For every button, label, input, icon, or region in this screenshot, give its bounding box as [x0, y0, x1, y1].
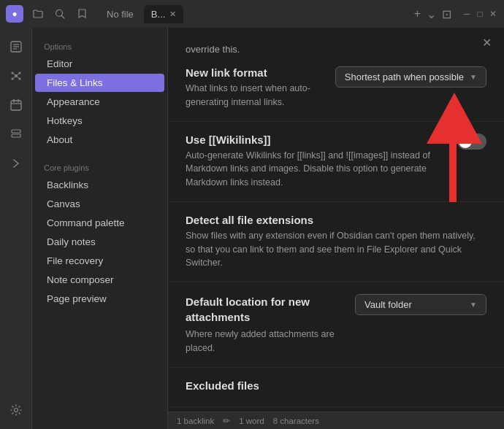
maximize-button[interactable]: □	[475, 9, 485, 19]
svg-line-1	[62, 16, 65, 19]
settings-panel: override this. ✕ New link format What li…	[168, 28, 504, 429]
arrow-right-icon[interactable]	[3, 150, 29, 177]
svg-line-12	[16, 73, 20, 76]
graph-icon[interactable]	[3, 63, 29, 89]
word-count: 1 word	[239, 417, 264, 425]
setting-item-header: New link format What links to insert whe…	[186, 66, 486, 109]
override-text: override this.	[186, 36, 486, 55]
svg-rect-15	[11, 101, 21, 110]
setting-detect-extensions: Detect all file extensions Show files wi…	[168, 202, 504, 282]
default-location-dropdown[interactable]: Vault folder ▼	[355, 294, 486, 315]
sidebar-item-backlinks[interactable]: Backlinks	[35, 176, 164, 194]
no-file-tab: No file	[99, 6, 141, 23]
tab-bar: No file B... ✕ + ⌄ ⊡	[99, 5, 451, 23]
close-icon: ✕	[482, 36, 492, 50]
setting-desc: What links to insert when auto-generatin…	[186, 82, 324, 109]
close-panel-button[interactable]: ✕	[478, 34, 495, 51]
setting-default-location: Default location for new attachments Whe…	[168, 282, 504, 368]
backlinks-count: 1 backlink	[177, 417, 214, 425]
setting-name: Excluded files	[186, 379, 486, 392]
edit-status: ✏	[223, 416, 230, 426]
tab-close-icon[interactable]: ✕	[169, 9, 176, 19]
dropdown-arrow-icon: ▼	[470, 301, 477, 309]
tab-chevron-icon[interactable]: ⌄	[427, 7, 436, 21]
setting-item-info: Excluded files	[186, 379, 486, 395]
sidebar-item-editor[interactable]: Editor	[35, 55, 164, 73]
sidebar-item-hotkeys[interactable]: Hotkeys	[35, 112, 164, 130]
layers-icon[interactable]	[3, 121, 29, 147]
setting-control: Shortest path when possible ▼	[335, 66, 486, 88]
svg-rect-19	[12, 130, 20, 133]
setting-desc: Show files with any extension even if Ob…	[186, 229, 486, 270]
dropdown-arrow-icon: ▼	[470, 73, 477, 81]
titlebar-right: ─ □ ✕	[462, 9, 498, 19]
new-link-format-dropdown[interactable]: Shortest path when possible ▼	[335, 66, 486, 88]
svg-line-14	[16, 76, 20, 79]
titlebar-left: ●	[6, 5, 89, 23]
setting-name: New link format	[186, 66, 324, 79]
sidebar-item-note-composer[interactable]: Note composer	[35, 271, 164, 289]
icon-bar	[0, 28, 32, 429]
svg-line-11	[12, 73, 16, 76]
sidebar-item-page-preview[interactable]: Page preview	[35, 290, 164, 308]
chars-status: 8 characters	[273, 417, 319, 425]
sidebar-item-about[interactable]: About	[35, 131, 164, 149]
tab-label: B...	[151, 9, 166, 20]
statusbar: 1 backlink ✏ 1 word 8 characters	[168, 411, 504, 429]
sidebar-item-files-links[interactable]: Files & Links	[35, 74, 164, 92]
sidebar-item-daily-notes[interactable]: Daily notes	[35, 233, 164, 251]
setting-desc: Where newly added attachments are placed…	[186, 328, 343, 355]
setting-new-link-format: New link format What links to insert whe…	[168, 55, 504, 122]
setting-item-info: Use [[Wikilinks]] Auto-generate Wikilink…	[186, 134, 446, 190]
search-icon[interactable]	[53, 7, 67, 21]
setting-name: Detect all file extensions	[186, 214, 486, 226]
setting-excluded-files: Excluded files	[168, 368, 504, 407]
wikilinks-toggle[interactable]	[457, 134, 486, 150]
toggle-knob	[459, 135, 472, 148]
content-area: override this. ✕ New link format What li…	[168, 28, 504, 429]
close-button[interactable]: ✕	[488, 9, 498, 19]
setting-control: Vault folder ▼	[355, 294, 486, 315]
char-count: 8 characters	[273, 417, 319, 425]
sidebar-item-file-recovery[interactable]: File recovery	[35, 252, 164, 270]
app-icon: ●	[6, 5, 23, 23]
settings-icon[interactable]	[3, 397, 29, 423]
sidebar-item-appearance[interactable]: Appearance	[35, 93, 164, 111]
pencil-icon: ✏	[223, 416, 230, 426]
main-layout: Options Editor Files & Links Appearance …	[0, 28, 504, 429]
words-status: 1 word	[239, 417, 264, 425]
files-icon[interactable]	[3, 34, 29, 60]
panel-header: override this. ✕	[168, 28, 504, 55]
setting-item-info: New link format What links to insert whe…	[186, 66, 324, 109]
svg-rect-20	[12, 134, 20, 137]
setting-name: Default location for new attachments	[186, 294, 343, 325]
calendar-icon[interactable]	[3, 92, 29, 118]
folder-icon[interactable]	[31, 7, 45, 21]
setting-use-wikilinks: Use [[Wikilinks]] Auto-generate Wikilink…	[168, 122, 504, 202]
setting-item-info: Detect all file extensions Show files wi…	[186, 214, 486, 270]
core-plugins-section-label: Core plugins	[32, 158, 167, 175]
setting-item-header: Use [[Wikilinks]] Auto-generate Wikilink…	[186, 134, 486, 190]
svg-line-13	[12, 76, 16, 79]
minimize-button[interactable]: ─	[462, 9, 472, 19]
tab-actions: + ⌄ ⊡	[414, 7, 451, 21]
active-tab[interactable]: B... ✕	[144, 5, 184, 23]
backlinks-status: 1 backlink	[177, 417, 214, 425]
new-tab-icon[interactable]: +	[414, 7, 421, 20]
setting-item-header: Detect all file extensions Show files wi…	[186, 214, 486, 270]
options-section-label: Options	[32, 36, 167, 54]
dropdown-value: Vault folder	[364, 299, 412, 310]
sidebar-item-canvas[interactable]: Canvas	[35, 195, 164, 213]
setting-name: Use [[Wikilinks]]	[186, 134, 446, 146]
sidebar-item-command-palette[interactable]: Command palette	[35, 214, 164, 232]
bookmark-icon[interactable]	[75, 7, 89, 21]
setting-item-header: Default location for new attachments Whe…	[186, 294, 486, 355]
dropdown-value: Shortest path when possible	[345, 72, 464, 82]
svg-point-21	[14, 409, 18, 412]
setting-item-header: Excluded files	[186, 379, 486, 395]
layout-icon[interactable]: ⊡	[442, 7, 451, 21]
setting-item-info: Default location for new attachments Whe…	[186, 294, 343, 355]
setting-control[interactable]	[457, 134, 486, 150]
sidebar: Options Editor Files & Links Appearance …	[32, 28, 168, 429]
setting-desc: Auto-generate Wikilinks for [[links]] an…	[186, 149, 446, 190]
